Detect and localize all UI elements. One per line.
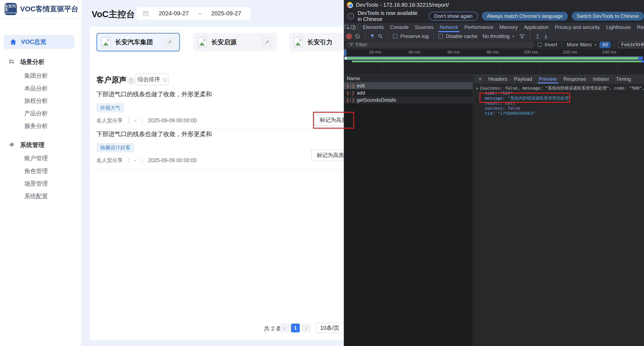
date-start[interactable]: 2024-09-27 <box>156 10 192 17</box>
date-range-picker[interactable]: 2024-09-27 - 2025-09-27 <box>137 7 250 20</box>
grid-cell <box>500 62 540 75</box>
tab-privacy-security[interactable]: Privacy and security <box>552 23 603 32</box>
brand-card-changan-group[interactable]: 长安汽车集团 ↗ <box>96 33 180 52</box>
json-summary-line[interactable]: ▼{success: false, message: "系统内部错误请联系管理员… <box>476 86 644 90</box>
sidebar-item-account-management[interactable]: 账户管理 <box>24 154 48 162</box>
date-end[interactable]: 2025-09-27 <box>208 10 244 17</box>
open-external-button[interactable]: ↗ <box>164 36 175 48</box>
filter-funnel-icon[interactable] <box>370 34 375 39</box>
devtools-title: DevTools - 172.16.80.16:32215/report/ <box>356 2 449 8</box>
export-har-icon[interactable] <box>543 34 548 39</box>
search-icon[interactable] <box>378 34 383 39</box>
request-row-edit[interactable]: {:} edit <box>344 82 473 89</box>
tab-console[interactable]: Console <box>387 23 412 32</box>
detail-tab-response[interactable]: Response <box>560 75 590 84</box>
disable-cache-checkbox[interactable] <box>438 34 443 38</box>
voice-item-meta: 名人堂分享 ｜ - ｜ 2025-09-09 00:00:00 <box>96 117 197 124</box>
sidebar-section-scene-analysis[interactable]: 场景分析 <box>8 58 44 66</box>
sidebar-item-role-management[interactable]: 角色管理 <box>24 167 48 175</box>
sidebar-item-product-analysis[interactable]: 产品分析 <box>24 110 48 118</box>
filter-chip-all[interactable]: All <box>599 42 611 48</box>
mark-high-quality-button[interactable]: 标记为高质量 <box>311 149 344 161</box>
tab-network[interactable]: Network <box>436 23 461 32</box>
throttling-select[interactable]: No throttling <box>482 33 510 39</box>
more-filters-button[interactable]: More filters <box>567 42 592 48</box>
tab-memory[interactable]: Memory <box>496 23 521 32</box>
network-conditions-icon[interactable] <box>519 34 525 39</box>
dont-show-again-button[interactable]: Don't show again <box>429 12 478 20</box>
inspect-element-icon[interactable] <box>344 23 350 32</box>
logo-line2: CHANGAN <box>5 12 16 14</box>
tab-recorder[interactable]: Recorder <box>634 23 644 32</box>
sidebar-item-label: 场景管理 <box>24 180 48 188</box>
devtools-titlebar[interactable]: DevTools - 172.16.80.16:32215/report/ <box>344 0 644 10</box>
import-har-icon[interactable] <box>535 34 540 39</box>
record-button[interactable] <box>346 34 352 39</box>
close-icon[interactable]: × <box>475 75 485 84</box>
tab-application[interactable]: Application <box>521 23 552 32</box>
device-toolbar-icon[interactable] <box>350 23 356 32</box>
detail-tab-preview[interactable]: Preview <box>536 75 560 84</box>
grid-cell <box>579 62 618 75</box>
help-icon[interactable]: ? <box>127 77 135 84</box>
sidebar-item-scene-management[interactable]: 场景管理 <box>24 180 48 188</box>
grid-plus-icon <box>8 58 16 66</box>
detail-tab-payload[interactable]: Payload <box>511 75 536 84</box>
sidebar-section-system-management[interactable]: 系统管理 <box>8 141 44 149</box>
request-list-header[interactable]: Name <box>344 75 473 82</box>
detail-tab-initiator[interactable]: Initiator <box>590 75 613 84</box>
filter-chip-fetch-xhr[interactable]: Fetch/XHR <box>618 42 644 48</box>
voice-item-text: 下部进气口的线条也做了收敛，外形更柔和 <box>96 130 212 138</box>
network-main-split: Name {:} edit {:} add {:} getSoundsDetai… <box>344 75 644 346</box>
chevron-left-icon: ‹ <box>284 324 285 331</box>
detail-tab-headers[interactable]: Headers <box>485 75 511 84</box>
meta-divider: ｜ <box>126 117 131 124</box>
pagination-total: 共 2 条 <box>264 325 282 332</box>
tab-sources[interactable]: Sources <box>412 23 436 32</box>
annotation-red-box-button <box>313 112 354 128</box>
clear-button[interactable] <box>355 34 360 39</box>
json-value: false <box>508 106 520 111</box>
invert-checkbox[interactable] <box>538 42 542 47</box>
tab-performance[interactable]: Performance <box>461 23 496 32</box>
match-chrome-language-button[interactable]: Always match Chrome's language <box>482 12 568 20</box>
voice-item-source: 名人堂分享 <box>96 157 123 164</box>
detail-tab-timing[interactable]: Timing <box>613 75 634 84</box>
sidebar-item-service-analysis[interactable]: 服务分析 <box>24 122 48 130</box>
json-key: success <box>485 106 502 111</box>
preserve-log-checkbox[interactable] <box>393 34 398 38</box>
brand-card-changan-yinli[interactable]: 长安引力 <box>289 33 344 52</box>
brand-card-changan-qiyuan[interactable]: 长安启源 ↗ <box>193 33 277 52</box>
filter-input[interactable]: Filter <box>346 42 534 48</box>
preserve-log-label: Preserve log <box>400 33 429 39</box>
sidebar-item-group-analysis[interactable]: 集团分析 <box>24 72 48 80</box>
sidebar-item-system-config[interactable]: 系统配置 <box>24 192 48 200</box>
timeline-selection-handle[interactable] <box>344 49 346 56</box>
date-separator: - <box>192 10 208 17</box>
switch-to-chinese-button[interactable]: Switch DevTools to Chinese <box>572 12 644 20</box>
voice-item-tag[interactable]: 格栅设计好看 <box>96 143 134 152</box>
page-1-button[interactable]: 1 <box>291 324 300 332</box>
page-size-select[interactable]: 10条/页 <box>316 323 344 333</box>
detail-tabbar: × Headers Payload Preview Response Initi… <box>473 75 644 84</box>
voice-item-time: 2025-09-09 00:00:00 <box>148 157 197 163</box>
devtools-infobar: i DevTools is now available in Chinese D… <box>344 10 644 23</box>
expand-triangle-icon: ▼ <box>476 86 478 90</box>
open-external-button[interactable]: ↗ <box>262 36 272 48</box>
request-row-add[interactable]: {:} add <box>344 89 473 96</box>
app-title: VOC客情直驱平台 <box>20 4 78 14</box>
sidebar-item-voc-overview[interactable]: VOC总览 <box>4 35 74 49</box>
divider <box>358 24 358 30</box>
sidebar-item-product-self-analysis[interactable]: 本品分析 <box>24 84 48 92</box>
request-row-getsoundsdetails[interactable]: {:} getSoundsDetails <box>344 96 473 104</box>
tab-lighthouse[interactable]: Lighthouse <box>603 23 634 32</box>
sidebar-item-journey-analysis[interactable]: 旅程分析 <box>24 97 48 105</box>
network-overview-timeline[interactable]: 20 ms 40 ms 60 ms 80 ms 100 ms 120 ms 14… <box>344 49 644 62</box>
network-filter-row: Filter Invert More filters ▾ All Fetch/X… <box>344 41 644 49</box>
next-page-button[interactable]: › <box>302 324 311 332</box>
sidebar: 长安汽车 CHANGAN VOC客情直驱平台 VOC总览 场景分析 集团分析 本… <box>0 0 82 346</box>
sort-button[interactable]: 综合排序 ↑↓ <box>136 74 168 85</box>
voice-item-tag[interactable]: 外观大气 <box>96 103 124 112</box>
tab-elements[interactable]: Elements <box>360 23 387 32</box>
prev-page-button[interactable]: ‹ <box>280 324 289 332</box>
